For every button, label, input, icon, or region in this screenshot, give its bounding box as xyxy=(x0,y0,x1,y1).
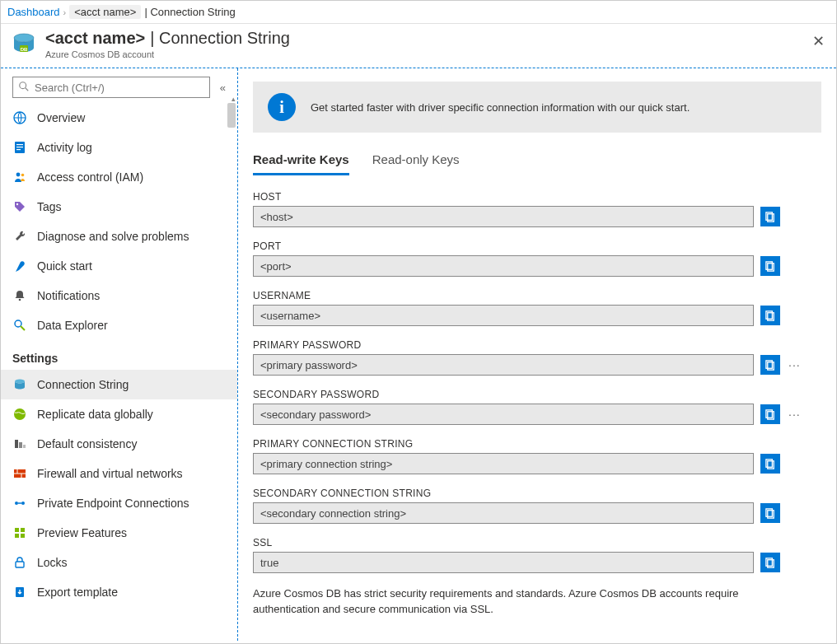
svg-text:DB: DB xyxy=(21,46,28,51)
breadcrumb: Dashboard › <acct name> | Connection Str… xyxy=(1,1,836,24)
ssl-label: SSL xyxy=(253,537,821,548)
copy-host-button[interactable] xyxy=(760,207,780,226)
globe-green-icon xyxy=(12,407,27,422)
sidebar-item-label: Replicate data globally xyxy=(37,408,153,421)
sidebar-item-private-endpoint[interactable]: Private Endpoint Connections xyxy=(1,488,237,518)
info-banner-text: Get started faster with driver specific … xyxy=(311,101,690,114)
wrench-icon xyxy=(12,229,27,244)
svg-point-18 xyxy=(14,408,26,420)
svg-point-15 xyxy=(15,320,21,327)
sidebar-item-label: Tags xyxy=(37,200,62,213)
svg-point-26 xyxy=(15,502,18,505)
ssl-value[interactable]: true xyxy=(253,552,754,573)
collapse-sidebar-icon[interactable]: « xyxy=(217,82,229,94)
sidebar-item-label: Preview Features xyxy=(37,526,127,539)
main-panel: i Get started faster with driver specifi… xyxy=(238,68,836,641)
page-subtitle: Azure Cosmos DB account xyxy=(45,49,290,59)
secondary-password-value[interactable]: <secondary password> xyxy=(253,404,754,425)
primary-connstr-label: PRIMARY CONNECTION STRING xyxy=(253,438,821,450)
copy-ssl-button[interactable] xyxy=(760,553,780,572)
sidebar-item-firewall[interactable]: Firewall and virtual networks xyxy=(1,459,237,488)
sidebar-item-label: Quick start xyxy=(37,259,92,273)
blade-header: DB <acct name> | Connection String Azure… xyxy=(1,24,836,68)
sidebar-item-quick-start[interactable]: Quick start xyxy=(1,251,237,281)
svg-rect-32 xyxy=(21,534,25,538)
svg-rect-10 xyxy=(16,149,21,150)
chevron-right-icon: › xyxy=(63,7,67,17)
scroll-up-icon[interactable]: ▴ xyxy=(231,95,236,103)
primary-password-value[interactable]: <primary password> xyxy=(253,354,754,376)
svg-rect-21 xyxy=(23,445,26,448)
search-box[interactable] xyxy=(12,77,210,98)
sidebar-item-consistency[interactable]: Default consistency xyxy=(1,429,237,459)
primary-password-more-icon[interactable]: ··· xyxy=(787,358,802,371)
rocket-icon xyxy=(12,259,27,273)
svg-line-16 xyxy=(21,326,25,330)
sidebar-item-data-explorer[interactable]: Data Explorer xyxy=(1,310,237,340)
sidebar-item-connection-string[interactable]: Connection String xyxy=(1,370,237,399)
svg-rect-29 xyxy=(15,528,19,532)
lock-icon xyxy=(12,555,27,570)
db-small-icon xyxy=(12,377,27,392)
security-note: Azure Cosmos DB has strict security requ… xyxy=(253,586,797,618)
search-input[interactable] xyxy=(35,82,204,94)
svg-point-12 xyxy=(21,174,25,177)
sidebar-item-access-control[interactable]: Access control (IAM) xyxy=(1,162,237,192)
sidebar: « ▴ Overview Activity log Access control… xyxy=(1,68,238,641)
primary-connstr-value[interactable]: <primary connection string> xyxy=(253,453,754,474)
endpoint-icon xyxy=(12,496,27,511)
username-value[interactable]: <username> xyxy=(253,305,754,326)
tab-read-only-keys[interactable]: Read-only Keys xyxy=(372,152,460,175)
sidebar-item-tags[interactable]: Tags xyxy=(1,192,237,222)
sidebar-item-replicate[interactable]: Replicate data globally xyxy=(1,399,237,429)
sidebar-item-activity-log[interactable]: Activity log xyxy=(1,133,237,162)
sidebar-item-locks[interactable]: Locks xyxy=(1,548,237,577)
page-title-account: <acct name> xyxy=(45,29,145,48)
sidebar-item-diagnose[interactable]: Diagnose and solve problems xyxy=(1,222,237,251)
explorer-icon xyxy=(12,318,27,333)
copy-primary-password-button[interactable] xyxy=(760,355,780,375)
bell-icon xyxy=(12,288,27,303)
svg-rect-9 xyxy=(16,147,23,147)
log-icon xyxy=(12,140,27,155)
sidebar-item-label: Firewall and virtual networks xyxy=(37,467,183,480)
sidebar-item-label: Locks xyxy=(37,556,68,569)
svg-point-13 xyxy=(16,203,18,205)
tab-read-write-keys[interactable]: Read-write Keys xyxy=(253,152,349,175)
secondary-password-more-icon[interactable]: ··· xyxy=(787,408,802,421)
sidebar-item-label: Activity log xyxy=(37,141,92,154)
info-icon: i xyxy=(268,93,296,121)
svg-point-27 xyxy=(21,502,25,505)
sidebar-item-export-template[interactable]: Export template xyxy=(1,577,237,607)
primary-password-label: PRIMARY PASSWORD xyxy=(253,339,821,351)
sidebar-section-settings: Settings xyxy=(1,340,237,370)
sidebar-item-label: Export template xyxy=(37,586,118,599)
copy-primary-connstr-button[interactable] xyxy=(760,454,780,474)
sidebar-item-overview[interactable]: Overview xyxy=(1,103,237,133)
port-label: PORT xyxy=(253,240,821,252)
svg-point-14 xyxy=(19,299,21,301)
breadcrumb-account[interactable]: <acct name> xyxy=(69,5,141,19)
svg-rect-30 xyxy=(21,528,25,532)
secondary-connstr-label: SECONDARY CONNECTION STRING xyxy=(253,488,821,499)
port-value[interactable]: <port> xyxy=(253,255,754,277)
breadcrumb-dashboard[interactable]: Dashboard xyxy=(7,6,60,18)
svg-rect-31 xyxy=(15,534,19,538)
export-icon xyxy=(12,585,27,600)
copy-username-button[interactable] xyxy=(760,306,780,325)
copy-secondary-connstr-button[interactable] xyxy=(760,503,780,523)
svg-point-11 xyxy=(16,173,21,177)
host-value[interactable]: <host> xyxy=(253,206,754,227)
copy-port-button[interactable] xyxy=(760,256,780,276)
sidebar-nav: Overview Activity log Access control (IA… xyxy=(1,103,237,641)
close-icon[interactable]: ✕ xyxy=(812,32,825,50)
secondary-connstr-value[interactable]: <secondary connection string> xyxy=(253,502,754,524)
sidebar-item-label: Diagnose and solve problems xyxy=(37,230,189,243)
sidebar-item-notifications[interactable]: Notifications xyxy=(1,281,237,310)
copy-secondary-password-button[interactable] xyxy=(760,404,780,424)
tag-icon xyxy=(12,199,27,214)
sidebar-item-label: Access control (IAM) xyxy=(37,170,143,184)
consistency-icon xyxy=(12,436,27,451)
scrollbar-thumb[interactable] xyxy=(227,103,236,128)
sidebar-item-preview[interactable]: Preview Features xyxy=(1,518,237,548)
